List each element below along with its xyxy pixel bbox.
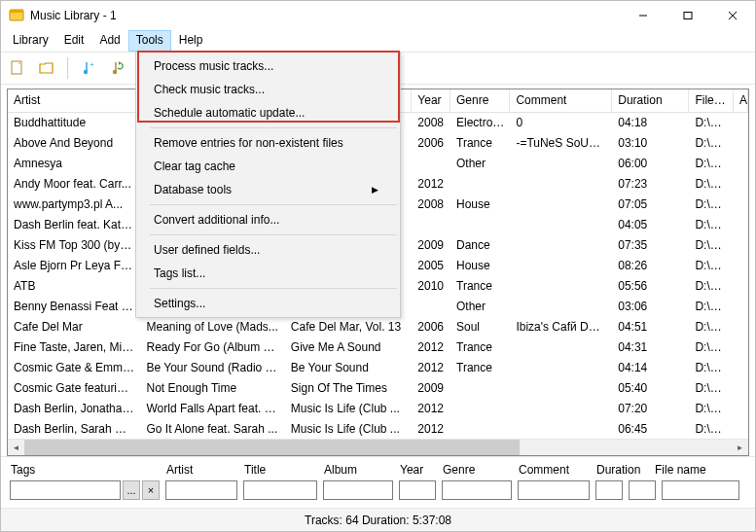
cell <box>510 154 612 174</box>
filter-comment-input[interactable] <box>518 480 590 500</box>
open-folder-icon[interactable] <box>36 57 57 79</box>
menu-remove-entries[interactable]: Remove entries for non-existent files <box>138 131 398 155</box>
menu-check-tracks[interactable]: Check music tracks... <box>138 78 398 101</box>
table-row[interactable]: Fine Taste, Jaren, Mitisk...Ready For Go… <box>8 337 748 358</box>
add-note-icon[interactable]: + <box>78 57 99 79</box>
filter-label-duration: Duration <box>593 461 651 479</box>
cell: Above And Beyond <box>8 133 140 154</box>
menu-settings[interactable]: Settings... <box>138 292 398 315</box>
cell: 07:35 <box>612 235 689 256</box>
menu-separator <box>150 204 397 205</box>
new-file-icon[interactable] <box>7 57 28 79</box>
filter-artist-input[interactable] <box>165 480 237 500</box>
filter-title-input[interactable] <box>243 480 317 500</box>
col-genre[interactable]: Genre <box>450 89 510 112</box>
cell: 2012 <box>412 399 450 419</box>
filter-bar: Tags Artist Title Album Year Genre Comme… <box>1 456 755 508</box>
scroll-right-icon[interactable]: ► <box>732 440 748 456</box>
col-duration[interactable]: Duration <box>612 89 689 112</box>
cell: 0 <box>510 113 612 133</box>
cell <box>734 399 748 419</box>
menu-tags-list[interactable]: Tags list... <box>138 262 398 285</box>
menu-add[interactable]: Add <box>91 30 127 52</box>
cell: Dance <box>450 235 510 256</box>
menu-edit[interactable]: Edit <box>56 30 92 52</box>
menu-library[interactable]: Library <box>5 30 56 52</box>
table-row[interactable]: Cafe Del MarMeaning of Love (Mads...Cafe… <box>8 317 748 337</box>
cell <box>734 215 748 235</box>
cell: Ready For Go (Album E... <box>140 337 284 358</box>
cell: 2012 <box>412 358 450 378</box>
cell: D:\Mu... <box>689 297 734 317</box>
menu-help[interactable]: Help <box>171 30 211 52</box>
cell: 2006 <box>412 317 450 337</box>
cell: D:\Mu... <box>689 378 734 399</box>
app-icon <box>9 8 24 23</box>
cell: Kiss FM Top 300 (by K... <box>8 235 140 256</box>
cell <box>734 195 748 215</box>
cell <box>734 419 748 439</box>
filter-year-input[interactable] <box>399 480 436 500</box>
cell: www.partymp3.pl A... <box>8 195 140 215</box>
menu-convert-info[interactable]: Convert additional info... <box>138 208 398 231</box>
cell: Ibiza's Cafй Del ... <box>510 317 612 337</box>
close-button[interactable] <box>710 1 755 30</box>
filter-label-album: Album <box>320 461 396 479</box>
cell <box>734 276 748 297</box>
filter-tags-input[interactable] <box>10 480 121 500</box>
cell <box>734 297 748 317</box>
cell <box>450 399 510 419</box>
filter-album-input[interactable] <box>323 480 393 500</box>
refresh-note-icon[interactable] <box>107 57 128 79</box>
menu-process-tracks[interactable]: Process music tracks... <box>138 54 398 78</box>
cell: D:\Mu... <box>689 215 734 235</box>
svg-rect-1 <box>10 10 23 13</box>
cell: House <box>450 195 510 215</box>
cell: Buddhattitude <box>8 113 140 133</box>
filter-filename-input[interactable] <box>662 480 739 500</box>
tools-dropdown: Process music tracks... Check music trac… <box>135 52 401 318</box>
menu-tools[interactable]: Tools <box>128 30 171 52</box>
cell: Other <box>450 297 510 317</box>
cell: D:\Mu... <box>689 399 734 419</box>
menu-user-fields[interactable]: User defined fields... <box>138 238 398 262</box>
menu-database-tools[interactable]: Database tools ▶ <box>138 178 398 201</box>
table-row[interactable]: Cosmic Gate & Emma ...Be Your Sound (Rad… <box>8 358 748 378</box>
col-year[interactable]: Year <box>412 89 450 112</box>
col-audio[interactable]: A <box>734 89 748 112</box>
cell: Cafe Del Mar <box>8 317 140 337</box>
col-artist[interactable]: Artist <box>8 89 140 112</box>
filter-genre-input[interactable] <box>442 480 512 500</box>
filter-label-tags: Tags <box>7 461 162 479</box>
maximize-button[interactable] <box>666 1 710 30</box>
menu-separator <box>150 127 397 128</box>
menu-separator <box>150 234 397 235</box>
cell: 04:14 <box>612 358 689 378</box>
filter-duration-min-input[interactable] <box>595 480 623 500</box>
minimize-button[interactable] <box>621 1 666 30</box>
cell: 2012 <box>412 419 450 439</box>
filter-tags-browse-button[interactable]: ... <box>123 480 140 500</box>
cell: Dash Berlin feat. Kate... <box>8 215 140 235</box>
cell: 04:05 <box>612 215 689 235</box>
scroll-left-icon[interactable]: ◄ <box>8 440 24 456</box>
filter-duration-max-input[interactable] <box>629 480 656 500</box>
cell <box>510 235 612 256</box>
filter-tags-clear-button[interactable]: × <box>142 480 160 500</box>
table-row[interactable]: Dash Berlin, Jonathan M...World Falls Ap… <box>8 399 748 419</box>
horizontal-scrollbar[interactable]: ◄ ► <box>8 439 748 455</box>
col-comment[interactable]: Comment <box>510 89 612 112</box>
cell: D:\Mu... <box>689 317 734 337</box>
col-filename[interactable]: Filen... <box>689 89 734 112</box>
scrollbar-thumb[interactable] <box>24 440 520 456</box>
svg-point-10 <box>113 70 117 74</box>
cell <box>510 297 612 317</box>
table-row[interactable]: Cosmic Gate featuring E...Not Enough Tim… <box>8 378 748 399</box>
menu-clear-tag-cache[interactable]: Clear tag cache <box>138 155 398 178</box>
table-row[interactable]: Dash Berlin, Sarah Howe...Go It Alone fe… <box>8 419 748 439</box>
cell: D:\Mu... <box>689 235 734 256</box>
menu-schedule-update[interactable]: Schedule automatic update... <box>138 101 398 124</box>
cell: Dash Berlin, Jonathan M... <box>8 399 140 419</box>
cell: 2006 <box>412 133 450 154</box>
cell <box>412 154 450 174</box>
